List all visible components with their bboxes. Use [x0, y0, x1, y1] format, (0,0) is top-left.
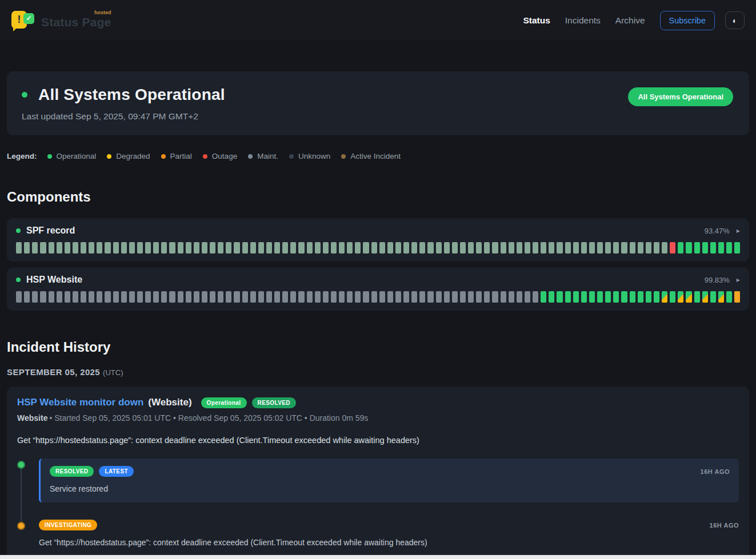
nav-incidents[interactable]: Incidents	[565, 15, 601, 26]
uptime-bar	[266, 242, 272, 254]
legend-item-partial: Partial	[161, 152, 192, 160]
uptime-bar	[298, 242, 304, 254]
uptime-bar	[339, 242, 345, 254]
legend-item-active-incident: Active Incident	[341, 152, 401, 160]
uptime-bar	[210, 291, 215, 303]
uptime-bar	[411, 291, 417, 303]
components-title: Components	[7, 189, 749, 205]
expand-arrow-icon[interactable]: ▶	[737, 228, 740, 234]
badge-resolved: RESOLVED	[50, 466, 94, 477]
uptime-bar	[452, 291, 458, 303]
uptime-bar	[242, 242, 248, 254]
header-nav: StatusIncidentsArchive	[523, 15, 645, 26]
uptime-bar	[290, 242, 296, 254]
uptime-bar	[686, 242, 691, 254]
uptime-bar	[638, 242, 643, 254]
uptime-bar	[113, 242, 119, 254]
uptime-bar	[49, 291, 54, 303]
component-header[interactable]: SPF record93.47%▶	[16, 226, 740, 236]
main-content: All Systems Operational Last updated Sep…	[0, 71, 756, 559]
legend-item-label: Unknown	[298, 152, 330, 160]
uptime-bar	[65, 242, 70, 254]
timeline-badges: INVESTIGATING	[39, 520, 97, 530]
component-status-dot	[16, 228, 21, 233]
timeline-update-header: RESOLVEDLATEST16H AGO	[50, 466, 730, 477]
uptime-bar	[363, 242, 369, 254]
uptime-bar	[315, 291, 321, 303]
uptime-bar	[81, 291, 86, 303]
uptime-bar	[169, 291, 175, 303]
incident-title-link[interactable]: HSP Website monitor down	[17, 397, 143, 408]
legend-item-outage: Outage	[203, 152, 237, 160]
timeline-update-text: Get “https://hostedstatus.page”: context…	[39, 538, 739, 547]
uptime-bar	[298, 291, 304, 303]
uptime-bar	[73, 242, 78, 254]
uptime-bar	[694, 291, 700, 303]
uptime-bar	[460, 242, 466, 254]
badge-investigating: INVESTIGATING	[39, 520, 97, 530]
uptime-bar	[121, 291, 127, 303]
expand-arrow-icon[interactable]: ▶	[737, 278, 740, 283]
uptime-bar	[734, 242, 740, 254]
uptime-bar	[186, 242, 191, 254]
incident-date-suffix: (UTC)	[103, 368, 123, 377]
uptime-bar	[476, 242, 482, 254]
uptime-bar	[492, 242, 498, 254]
uptime-bar	[40, 242, 46, 254]
timeline-update-body: INVESTIGATING16H AGOGet “https://hosteds…	[39, 520, 739, 547]
component-card-hsp-website: HSP Website99.83%▶	[7, 267, 749, 311]
uptime-bar	[250, 242, 256, 254]
uptime-bar	[678, 291, 683, 303]
uptime-bar	[468, 242, 474, 254]
timeline-update-body: RESOLVEDLATEST16H AGOService restored	[39, 459, 739, 502]
uptime-bar	[97, 242, 102, 254]
uptime-bar	[24, 291, 30, 303]
uptime-bar	[573, 242, 579, 254]
uptime-bar	[726, 291, 732, 303]
uptime-bar	[509, 291, 514, 303]
timeline-dot	[17, 461, 25, 469]
legend-item-label: Outage	[212, 152, 237, 160]
legend-dot-active-incident	[341, 154, 346, 159]
subscribe-button[interactable]: Subscribe	[660, 11, 715, 30]
uptime-bar	[517, 291, 522, 303]
uptime-bar	[670, 242, 675, 254]
uptime-bar	[339, 291, 345, 303]
uptime-bar	[678, 242, 683, 254]
uptime-bar	[419, 291, 425, 303]
uptime-bar	[573, 291, 579, 303]
uptime-bar	[379, 242, 385, 254]
nav-archive[interactable]: Archive	[615, 15, 645, 26]
timeline-update-1: RESOLVEDLATEST16H AGOService restored	[17, 459, 739, 502]
uptime-bar	[557, 242, 562, 254]
timeline-badges: RESOLVEDLATEST	[50, 466, 134, 477]
uptime-bar	[234, 242, 239, 254]
uptime-bar	[395, 242, 401, 254]
uptime-bar	[40, 291, 46, 303]
uptime-bar	[605, 242, 611, 254]
uptime-bar	[597, 291, 603, 303]
uptime-bar	[726, 242, 732, 254]
nav-status[interactable]: Status	[523, 15, 550, 26]
logo-icon: ! ✓	[11, 10, 35, 31]
uptime-bar	[621, 291, 627, 303]
brand-superscript: hosted	[94, 10, 111, 15]
brand[interactable]: ! ✓ hosted Status Page	[11, 10, 111, 31]
uptime-bar	[565, 242, 571, 254]
uptime-bar	[395, 291, 401, 303]
uptime-bar	[533, 242, 538, 254]
uptime-bar	[258, 291, 264, 303]
uptime-bar	[694, 242, 700, 254]
uptime-bar	[57, 291, 62, 303]
uptime-bar	[49, 242, 54, 254]
component-header[interactable]: HSP Website99.83%▶	[16, 275, 740, 285]
uptime-bar	[89, 291, 94, 303]
uptime-bar	[274, 291, 280, 303]
theme-toggle-button[interactable]: ◐	[725, 11, 745, 29]
uptime-bar	[282, 242, 288, 254]
incident-meta: Website• Started Sep 05, 2025 05:01 UTC …	[17, 413, 739, 423]
uptime-bar	[484, 242, 490, 254]
uptime-bar	[137, 242, 143, 254]
incident-history-title: Incident History	[7, 339, 749, 355]
uptime-bar	[702, 291, 708, 303]
